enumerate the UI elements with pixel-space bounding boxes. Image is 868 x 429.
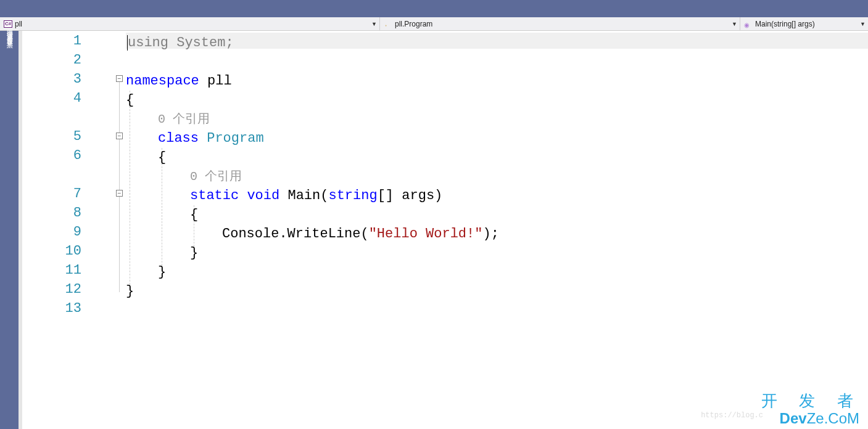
codelens[interactable]: 0 个引用 (190, 167, 242, 186)
line-number: 2 (57, 52, 81, 68)
side-tab-toolbox[interactable]: 工具箱 (5, 37, 14, 39)
line-number: 8 (57, 205, 81, 221)
nav-project-label: pll (15, 20, 22, 28)
code-line: { (190, 205, 198, 224)
indent-guide (130, 91, 130, 294)
current-line-highlight (126, 33, 868, 49)
navigation-bar: C# pll ▼ pll.Program ▼ Main(string[] arg… (0, 17, 868, 31)
side-tab-strip: 服务器资源管理器 工具箱 (0, 31, 19, 429)
watermark-en: DevZe.CoM (780, 409, 859, 428)
line-number: 3 (57, 72, 81, 87)
class-icon (384, 20, 392, 28)
fold-toggle[interactable]: − (116, 75, 123, 82)
code-line: Console.WriteLine("Hello World!"); (222, 224, 499, 243)
code-line: } (126, 282, 134, 301)
chevron-down-icon: ▼ (371, 21, 377, 27)
method-icon (744, 20, 753, 28)
code-line: static void Main(string[] args) (190, 186, 442, 205)
side-tab-server-explorer[interactable]: 服务器资源管理器 (5, 32, 14, 35)
line-number: 1 (57, 33, 81, 49)
nav-class-dropdown[interactable]: pll.Program ▼ (380, 17, 740, 30)
code-line: using System; (127, 33, 234, 52)
title-bar (0, 0, 868, 17)
codelens[interactable]: 0 个引用 (158, 110, 210, 129)
code-line: { (158, 148, 166, 167)
line-number: 12 (57, 282, 81, 297)
line-number: 7 (57, 186, 81, 202)
nav-class-label: pll.Program (395, 20, 432, 28)
nav-project-dropdown[interactable]: C# pll ▼ (0, 17, 380, 30)
code-line: } (158, 263, 166, 282)
nav-method-dropdown[interactable]: Main(string[] args) ▼ (740, 17, 868, 30)
line-number: 9 (57, 224, 81, 240)
code-line: class Program (158, 129, 264, 148)
line-number: 10 (57, 243, 81, 259)
gutter: 1 2 3 4 5 6 7 8 9 10 11 12 13 − − − (22, 31, 126, 429)
fold-toggle[interactable]: − (116, 190, 123, 197)
nav-method-label: Main(string[] args) (755, 20, 815, 28)
line-number: 6 (57, 148, 81, 163)
line-number: 11 (57, 263, 81, 278)
editor-main: 服务器资源管理器 工具箱 1 2 3 4 5 6 7 8 9 10 11 12 … (0, 31, 868, 429)
code-line: { (126, 91, 134, 110)
watermark-faint: https://blog.c (701, 406, 763, 425)
line-number: 4 (57, 91, 81, 106)
fold-line (119, 82, 120, 133)
csharp-icon: C# (4, 20, 12, 28)
fold-toggle[interactable]: − (116, 133, 123, 139)
code-editor[interactable]: using System; namespace pll { 0 个引用 clas… (126, 31, 868, 429)
code-line: namespace pll (126, 72, 232, 91)
code-line: } (190, 243, 198, 263)
line-number: 13 (57, 301, 81, 316)
chevron-down-icon: ▼ (732, 21, 737, 27)
chevron-down-icon: ▼ (860, 21, 866, 27)
fold-line (119, 139, 120, 190)
fold-line (119, 197, 120, 292)
line-number: 5 (57, 129, 81, 144)
